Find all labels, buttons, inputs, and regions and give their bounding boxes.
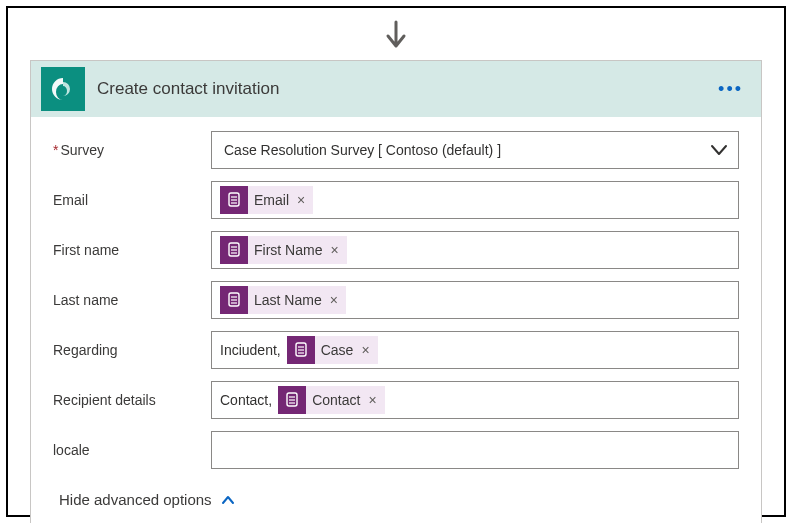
entity-icon [278,386,306,414]
entity-icon [220,236,248,264]
field-row-regarding: Regarding Inciudent, Case × [53,331,739,369]
field-label-last-name: Last name [53,292,211,308]
token-label: Email [254,192,289,208]
field-row-last-name: Last name Last Name × [53,281,739,319]
field-label-regarding: Regarding [53,342,211,358]
survey-select[interactable]: Case Resolution Survey [ Contoso (defaul… [211,131,739,169]
field-row-first-name: First name First Name × [53,231,739,269]
advanced-toggle-label: Hide advanced options [59,491,212,508]
field-label-first-name: First name [53,242,211,258]
field-row-email: Email Email × [53,181,739,219]
token-remove-button[interactable]: × [297,192,305,208]
action-card-body: *Survey Case Resolution Survey [ Contoso… [31,117,761,485]
last-name-input[interactable]: Last Name × [211,281,739,319]
arrow-down-icon [383,20,409,52]
token-remove-button[interactable]: × [368,392,376,408]
chevron-up-icon [220,492,236,508]
field-row-locale: locale [53,431,739,469]
field-label-locale: locale [53,442,211,458]
flow-connector-arrow [8,8,784,52]
hide-advanced-options-toggle[interactable]: Hide advanced options [31,485,761,523]
token-remove-button[interactable]: × [330,292,338,308]
token-contact[interactable]: Contact × [278,386,384,414]
token-label: Case [321,342,354,358]
field-label-recipient-details: Recipient details [53,392,211,408]
action-card: Create contact invitation ••• *Survey Ca… [30,60,762,523]
token-case[interactable]: Case × [287,336,378,364]
recipient-lead-text: Contact, [220,392,272,408]
card-frame: Create contact invitation ••• *Survey Ca… [6,6,786,517]
token-remove-button[interactable]: × [330,242,338,258]
token-label: First Name [254,242,322,258]
regarding-lead-text: Inciudent, [220,342,281,358]
survey-select-value: Case Resolution Survey [ Contoso (defaul… [220,142,501,158]
chevron-down-icon [708,139,730,161]
field-label-text: Survey [60,142,104,158]
email-input[interactable]: Email × [211,181,739,219]
token-first-name[interactable]: First Name × [220,236,347,264]
field-label-email: Email [53,192,211,208]
recipient-details-input[interactable]: Contact, Contact × [211,381,739,419]
entity-icon [220,186,248,214]
action-card-header[interactable]: Create contact invitation ••• [31,61,761,117]
action-card-title: Create contact invitation [97,79,710,99]
customer-voice-icon [48,74,78,104]
first-name-input[interactable]: First Name × [211,231,739,269]
token-remove-button[interactable]: × [361,342,369,358]
field-row-recipient-details: Recipient details Contact, Contact × [53,381,739,419]
field-label-survey: *Survey [53,142,211,158]
regarding-input[interactable]: Inciudent, Case × [211,331,739,369]
entity-icon [287,336,315,364]
entity-icon [220,286,248,314]
required-asterisk: * [53,142,58,158]
token-last-name[interactable]: Last Name × [220,286,346,314]
token-label: Contact [312,392,360,408]
field-row-survey: *Survey Case Resolution Survey [ Contoso… [53,131,739,169]
locale-input[interactable] [211,431,739,469]
token-email[interactable]: Email × [220,186,313,214]
connector-logo [41,67,85,111]
card-menu-button[interactable]: ••• [710,79,751,100]
token-label: Last Name [254,292,322,308]
